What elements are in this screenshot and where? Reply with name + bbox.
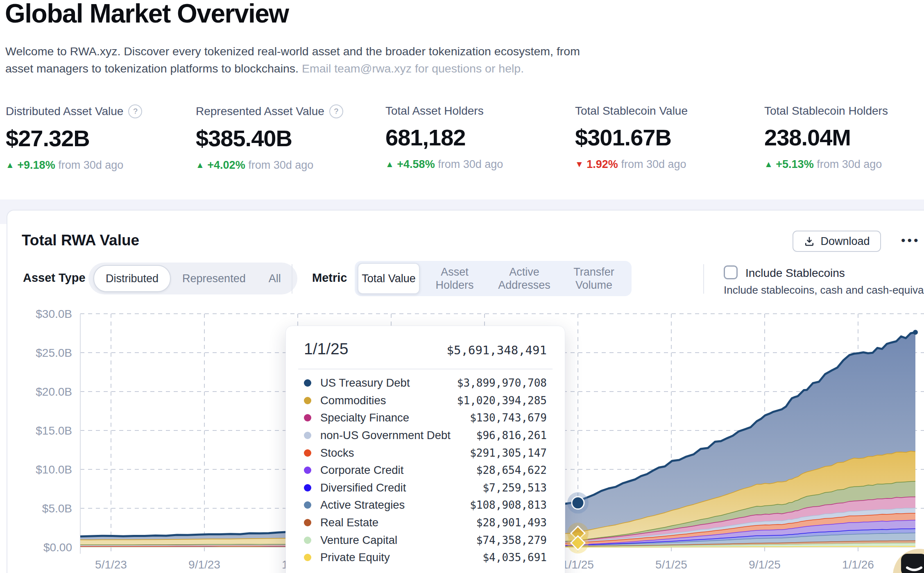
stat-label: Represented Asset Value?	[196, 104, 376, 118]
asset-type-option-all[interactable]: All	[257, 266, 292, 291]
series-value: $28,901,493	[476, 516, 547, 529]
help-icon[interactable]: ?	[128, 104, 142, 118]
tooltip-header: 1/1/25 $5,691,348,491	[304, 340, 547, 358]
y-axis-label: $15.0B	[36, 424, 72, 437]
down-arrow-icon: ▼	[575, 159, 584, 169]
chart-card-title: Total RWA Value	[22, 232, 139, 249]
series-color-dot	[304, 449, 311, 457]
series-name: Stocks	[320, 446, 470, 460]
stat-card: Distributed Asset Value?$27.32B▲ +9.18% …	[6, 104, 186, 172]
chart-tooltip: 1/1/25 $5,691,348,491 US Treasury Debt$3…	[285, 326, 565, 573]
tooltip-row: non-US Government Debt$96,816,261	[304, 427, 547, 444]
series-value: $96,816,261	[476, 429, 547, 442]
stat-card: Represented Asset Value?$385.40B▲ +4.02%…	[196, 104, 376, 172]
asset-type-segmented-control: DistributedRepresentedAll	[88, 263, 297, 294]
stat-delta: ▲ +9.18% from 30d ago	[6, 159, 186, 172]
page-title: Global Market Overview	[5, 0, 289, 29]
y-axis-label: $5.0B	[42, 502, 72, 515]
y-axis-label: $25.0B	[36, 347, 72, 359]
tooltip-rows: US Treasury Debt$3,899,970,708Commoditie…	[304, 374, 547, 566]
x-axis-label: 9/1/25	[749, 558, 781, 571]
series-value: $74,358,279	[476, 534, 547, 546]
series-value: $130,743,679	[470, 412, 547, 424]
asset-type-option-distributed[interactable]: Distributed	[93, 265, 171, 292]
up-arrow-icon: ▲	[6, 160, 14, 170]
stat-label: Total Stablecoin Holders	[764, 104, 924, 118]
stat-value: 238.04M	[764, 124, 924, 151]
tooltip-row: Real Estate$28,901,493	[304, 514, 547, 532]
series-color-dot	[304, 467, 311, 474]
series-name: non-US Government Debt	[320, 429, 476, 442]
series-value: $291,305,147	[470, 447, 547, 459]
page: Global Market Overview Welcome to RWA.xy…	[0, 0, 924, 573]
series-name: Venture Capital	[320, 534, 476, 547]
series-color-dot	[304, 379, 311, 387]
metric-label: Metric	[312, 271, 347, 285]
divider	[703, 264, 704, 294]
tooltip-divider	[298, 369, 553, 369]
series-name: Commodities	[320, 394, 457, 407]
tooltip-row: Stocks$291,305,147	[304, 444, 547, 462]
download-label: Download	[820, 235, 870, 248]
series-color-dot	[304, 537, 311, 544]
x-axis-label: 9/1/23	[188, 558, 220, 571]
series-value: $3,899,970,708	[457, 377, 547, 389]
metric-tab-total-value[interactable]: Total Value	[358, 263, 420, 294]
download-button[interactable]: Download	[793, 231, 881, 252]
stat-delta: ▲ +4.02% from 30d ago	[196, 159, 376, 172]
more-options-icon[interactable]: •••	[901, 233, 920, 247]
series-color-dot	[304, 432, 311, 439]
stat-value: $27.32B	[6, 125, 186, 152]
metric-tab-active-addresses[interactable]: Active Addresses	[489, 265, 559, 292]
page-description: Welcome to RWA.xyz. Discover every token…	[5, 43, 603, 77]
series-name: Real Estate	[320, 516, 476, 529]
tooltip-date: 1/1/25	[304, 340, 348, 358]
metric-tab-transfer-volume[interactable]: Transfer Volume	[559, 265, 629, 292]
stat-delta: ▼ 1.92% from 30d ago	[575, 158, 755, 171]
x-axis-label: 1/1/25	[562, 558, 594, 571]
stat-delta: ▲ +4.58% from 30d ago	[385, 158, 566, 171]
stat-label: Total Stablecoin Value	[575, 104, 755, 118]
asset-type-label: Asset Type	[23, 271, 86, 285]
series-color-dot	[304, 554, 311, 561]
tooltip-row: US Treasury Debt$3,899,970,708	[304, 374, 547, 392]
stats-row: Distributed Asset Value?$27.32B▲ +9.18% …	[0, 104, 924, 182]
stat-value: 681,182	[385, 124, 566, 151]
tooltip-row: Diversified Credit$7,259,513	[304, 479, 547, 497]
y-axis-label: $30.0B	[36, 308, 72, 320]
series-color-dot	[304, 519, 311, 526]
asset-type-option-represented[interactable]: Represented	[171, 266, 257, 291]
tooltip-row: Commodities$1,020,394,285	[304, 392, 547, 410]
up-arrow-icon: ▲	[196, 160, 204, 170]
series-value: $1,020,394,285	[457, 394, 547, 407]
metric-tab-asset-holders[interactable]: Asset Holders	[420, 265, 489, 292]
series-name: Private Equity	[320, 551, 482, 564]
stat-card: Total Asset Holders681,182▲ +4.58% from …	[385, 104, 566, 171]
chat-icon	[900, 553, 924, 573]
y-axis-label: $20.0B	[36, 385, 72, 398]
include-stablecoins-checkbox[interactable]	[724, 265, 738, 279]
up-arrow-icon: ▲	[764, 159, 773, 169]
series-color-dot	[304, 484, 311, 491]
series-color-dot	[304, 501, 311, 509]
series-name: Corporate Credit	[320, 464, 476, 477]
download-icon	[804, 236, 815, 247]
stat-label: Distributed Asset Value?	[6, 104, 186, 118]
stat-value: $301.67B	[575, 124, 755, 151]
y-axis-label: $10.0B	[36, 463, 72, 476]
tooltip-row: Specialty Finance$130,743,679	[304, 409, 547, 427]
contact-link[interactable]: Email team@rwa.xyz for questions or help…	[302, 62, 524, 75]
x-axis-label: 5/1/23	[95, 558, 127, 571]
series-name: US Treasury Debt	[320, 376, 457, 390]
tooltip-row: Active Strategies$108,908,813	[304, 496, 547, 514]
series-name: Active Strategies	[320, 498, 470, 512]
series-color-dot	[304, 397, 311, 404]
series-value: $4,035,691	[482, 551, 547, 564]
x-axis-label: 1/1/26	[842, 558, 874, 571]
help-icon[interactable]: ?	[329, 104, 343, 118]
series-name: Specialty Finance	[320, 411, 470, 424]
metric-segmented-control: Total ValueAsset HoldersActive Addresses…	[355, 261, 632, 296]
stat-delta: ▲ +5.13% from 30d ago	[764, 158, 924, 171]
include-stablecoins-label: Include Stablecoins	[745, 267, 845, 280]
y-axis-label: $0.00	[43, 541, 72, 554]
